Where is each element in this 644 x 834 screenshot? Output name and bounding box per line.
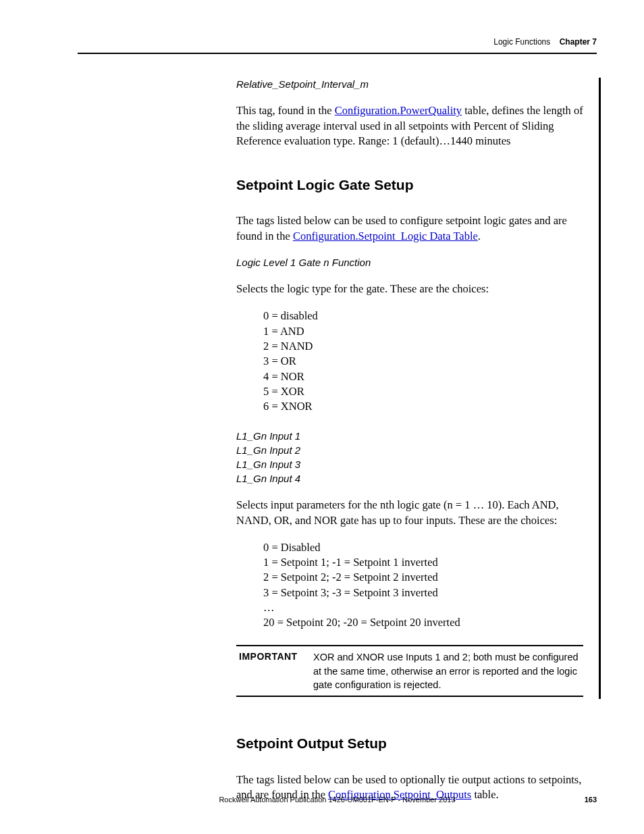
subhead-relative-setpoint: Relative_Setpoint_Interval_m (236, 78, 583, 91)
main-content: Relative_Setpoint_Interval_m This tag, f… (236, 78, 583, 829)
header-chapter: Chapter 7 (560, 37, 597, 47)
paragraph: Selects input parameters for the nth log… (236, 498, 583, 528)
header-section: Logic Functions (493, 37, 550, 47)
paragraph: The tags listed below can be used to con… (236, 213, 583, 244)
header-rule (78, 53, 597, 54)
list-item: 1 = Setpoint 1; -1 = Setpoint 1 inverted (263, 555, 583, 570)
input-param-choices: 0 = Disabled 1 = Setpoint 1; -1 = Setpoi… (263, 540, 583, 631)
list-item: L1_Gn Input 4 (236, 471, 583, 486)
list-item: 2 = NAND (263, 339, 583, 354)
right-margin-rule (599, 78, 601, 699)
important-callout: IMPORTANT XOR and XNOR use Inputs 1 and … (236, 645, 583, 697)
list-item: 3 = OR (263, 354, 583, 369)
logic-type-choices: 0 = disabled 1 = AND 2 = NAND 3 = OR 4 =… (263, 309, 583, 414)
list-item: 6 = XNOR (263, 399, 583, 414)
running-header: Logic Functions Chapter 7 (493, 37, 597, 47)
list-item: 1 = AND (263, 324, 583, 339)
important-text: XOR and XNOR use Inputs 1 and 2; both mu… (313, 650, 583, 692)
link-config-powerquality[interactable]: Configuration.PowerQuality (335, 104, 462, 117)
important-label: IMPORTANT (236, 650, 313, 692)
subhead-logic-level-1: Logic Level 1 Gate n Function (236, 256, 583, 269)
list-item: … (263, 600, 583, 615)
list-item: L1_Gn Input 2 (236, 443, 583, 457)
list-item: 5 = XOR (263, 384, 583, 399)
list-item: L1_Gn Input 1 (236, 429, 583, 443)
gate-input-labels: L1_Gn Input 1 L1_Gn Input 2 L1_Gn Input … (236, 429, 583, 486)
list-item: L1_Gn Input 3 (236, 457, 583, 471)
link-config-setpoint-logic[interactable]: Configuration.Setpoint_Logic Data Table (293, 230, 478, 242)
list-item: 4 = NOR (263, 369, 583, 384)
list-item: 0 = Disabled (263, 540, 583, 555)
list-item: 0 = disabled (263, 309, 583, 323)
list-item: 20 = Setpoint 20; -20 = Setpoint 20 inve… (263, 615, 583, 630)
heading-setpoint-logic-gate-setup: Setpoint Logic Gate Setup (236, 176, 583, 194)
list-item: 2 = Setpoint 2; -2 = Setpoint 2 inverted (263, 570, 583, 585)
footer-publication: Rockwell Automation Publication 1426-UM0… (78, 796, 597, 804)
page-number: 163 (585, 796, 597, 804)
paragraph: This tag, found in the Configuration.Pow… (236, 103, 583, 149)
list-item: 3 = Setpoint 3; -3 = Setpoint 3 inverted (263, 585, 583, 600)
heading-setpoint-output-setup: Setpoint Output Setup (236, 734, 583, 753)
paragraph: Selects the logic type for the gate. The… (236, 282, 583, 296)
page: Logic Functions Chapter 7 Relative_Setpo… (0, 0, 644, 834)
